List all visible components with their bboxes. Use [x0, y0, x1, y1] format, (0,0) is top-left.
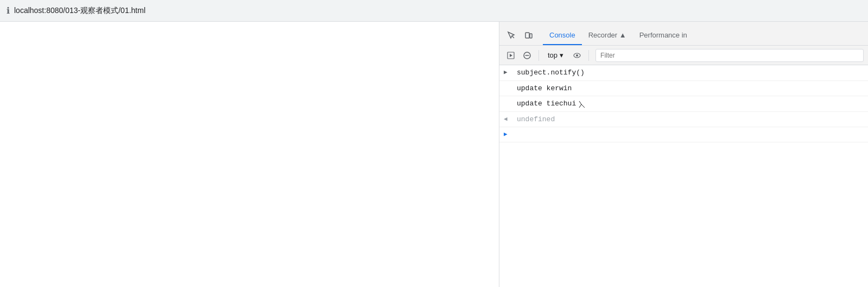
console-indent-kerwin: [504, 83, 512, 91]
svg-line-0: [512, 36, 514, 38]
clear-console-button[interactable]: [520, 48, 534, 63]
console-output: ▶ subject.notify() update kerwin update …: [499, 65, 868, 287]
console-toolbar: top ▾: [499, 46, 868, 65]
svg-line-9: [581, 104, 585, 108]
chevron-down-icon: ▾: [560, 51, 563, 59]
prompt-icon: ▶: [504, 129, 512, 138]
device-toolbar-button[interactable]: [521, 28, 536, 43]
console-indent-tiechui: [504, 98, 512, 106]
hide-network-button[interactable]: [570, 48, 584, 63]
main-area: Console Recorder ▲ Performance in: [0, 22, 868, 287]
svg-marker-4: [510, 54, 512, 57]
svg-rect-1: [525, 33, 529, 38]
info-icon: ℹ: [7, 5, 10, 16]
devtools-tabs: Console Recorder ▲ Performance in: [499, 22, 868, 46]
svg-rect-2: [530, 34, 532, 38]
toolbar-separator-2: [588, 50, 589, 61]
toolbar-separator: [538, 50, 539, 61]
tab-recorder[interactable]: Recorder ▲: [582, 26, 633, 45]
address-bar: ℹ localhost:8080/013-观察者模式/01.html: [0, 0, 868, 22]
address-bar-url[interactable]: localhost:8080/013-观察者模式/01.html: [14, 6, 145, 16]
tab-performance[interactable]: Performance in: [633, 26, 694, 45]
context-selector[interactable]: top ▾: [543, 50, 568, 60]
console-prompt[interactable]: ▶: [499, 127, 868, 142]
devtools-icon-buttons: [504, 28, 536, 43]
console-text-undefined: undefined: [517, 114, 864, 125]
console-entry-kerwin[interactable]: update kerwin: [499, 81, 868, 97]
console-text-notify: subject.notify(): [517, 67, 864, 78]
run-script-button[interactable]: [504, 48, 518, 63]
tab-console[interactable]: Console: [543, 26, 582, 45]
browser-content: [0, 22, 499, 287]
filter-input[interactable]: [595, 49, 864, 62]
inspect-element-button[interactable]: [504, 28, 519, 43]
console-entry-undefined[interactable]: ◀ undefined: [499, 112, 868, 128]
devtools-panel: Console Recorder ▲ Performance in: [499, 22, 868, 287]
console-entry-notify[interactable]: ▶ subject.notify(): [499, 65, 868, 81]
context-label: top: [548, 51, 557, 59]
svg-point-8: [576, 54, 578, 57]
return-icon: ◀: [504, 114, 512, 122]
console-text-kerwin: update kerwin: [517, 83, 864, 94]
console-text-tiechui: update tiechui: [517, 98, 864, 109]
console-entry-tiechui[interactable]: update tiechui: [499, 96, 868, 112]
expand-icon: ▶: [504, 67, 512, 76]
